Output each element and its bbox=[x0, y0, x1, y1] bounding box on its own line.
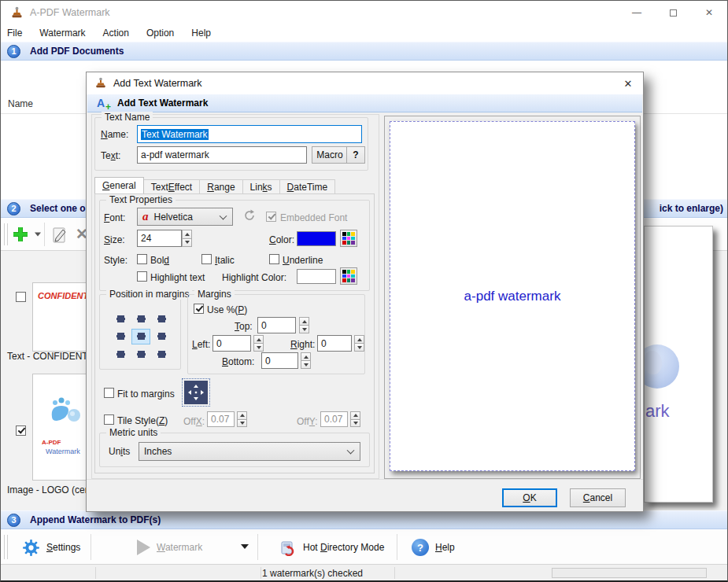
minimize-icon[interactable]: — bbox=[619, 1, 655, 24]
offx-input[interactable]: 0.07 bbox=[207, 411, 235, 427]
chevron-down-icon bbox=[220, 212, 227, 219]
left-spinner[interactable] bbox=[253, 335, 264, 352]
highlight-color-palette-icon[interactable] bbox=[340, 267, 357, 285]
font-combobox[interactable]: a Helvetica bbox=[137, 208, 233, 226]
top-spinner[interactable] bbox=[299, 317, 309, 333]
watermark-item1-thumbnail[interactable]: CONFIDENT bbox=[32, 282, 91, 352]
right-input[interactable]: 0 bbox=[317, 335, 352, 352]
use-percent-checkbox[interactable] bbox=[194, 304, 204, 314]
position-cell-top-center[interactable] bbox=[131, 311, 150, 327]
app-stamp-icon bbox=[10, 6, 24, 20]
fit-to-margins-checkbox[interactable] bbox=[104, 388, 114, 398]
dialog-help-button[interactable]: ? bbox=[346, 146, 365, 164]
text-input[interactable]: a-pdf watermark bbox=[137, 146, 307, 164]
menu-option[interactable]: Option bbox=[138, 28, 183, 39]
position-cell-bottom-left[interactable] bbox=[111, 346, 130, 363]
settings-button[interactable]: Settings bbox=[22, 534, 80, 561]
fit-to-margins-label: Fit to margins bbox=[117, 389, 175, 400]
offy-spinner[interactable] bbox=[350, 411, 360, 427]
size-spinner[interactable] bbox=[182, 230, 192, 247]
menu-action[interactable]: Action bbox=[94, 28, 138, 39]
underline-checkbox[interactable] bbox=[269, 254, 279, 264]
macro-button[interactable]: Macro bbox=[312, 146, 348, 164]
top-input[interactable]: 0 bbox=[257, 317, 296, 333]
bottom-input[interactable]: 0 bbox=[261, 352, 298, 369]
section-append-header: 3 Append Watermark to PDF(s) bbox=[1, 510, 727, 529]
highlight-text-label: Highlight text bbox=[150, 272, 205, 283]
embedded-font-checkbox[interactable] bbox=[266, 212, 276, 222]
tab-links[interactable]: Links bbox=[242, 179, 280, 193]
section1-title: Add PDF Documents bbox=[30, 46, 124, 57]
tile-style-checkbox[interactable] bbox=[104, 414, 114, 425]
toolbar-separator bbox=[44, 223, 45, 246]
dialog-close-icon[interactable]: ✕ bbox=[616, 74, 640, 93]
edit-watermark-icon[interactable] bbox=[51, 227, 68, 244]
position-cell-top-right[interactable] bbox=[152, 311, 171, 327]
position-cell-center[interactable] bbox=[131, 329, 150, 345]
name-input[interactable]: Text Watermark bbox=[137, 125, 362, 143]
close-icon[interactable]: ✕ bbox=[691, 1, 727, 24]
italic-checkbox[interactable] bbox=[201, 254, 212, 264]
title-bar: A-PDF Watermark — ✕ bbox=[1, 1, 727, 24]
position-cell-top-left[interactable] bbox=[111, 311, 130, 327]
move-arrows-icon[interactable] bbox=[184, 381, 208, 404]
right-spinner[interactable] bbox=[354, 335, 364, 352]
watermark-run-button[interactable]: Watermark bbox=[137, 534, 202, 561]
tab-range[interactable]: Range bbox=[199, 179, 242, 193]
bg-preview-text: ark bbox=[645, 401, 670, 422]
units-combobox[interactable]: Inches bbox=[139, 442, 360, 461]
tab-general[interactable]: General bbox=[94, 177, 144, 193]
highlight-color-swatch[interactable] bbox=[297, 269, 336, 284]
watermark-item1-checkbox[interactable] bbox=[16, 292, 26, 302]
position-cell-bottom-right[interactable] bbox=[152, 346, 171, 363]
add-watermark-icon[interactable] bbox=[12, 226, 42, 243]
help-button[interactable]: ? Help bbox=[412, 534, 455, 561]
section3-title: Append Watermark to PDF(s) bbox=[30, 514, 161, 525]
offx-spinner[interactable] bbox=[237, 411, 247, 427]
refresh-fonts-icon[interactable] bbox=[242, 208, 257, 223]
left-input[interactable]: 0 bbox=[212, 335, 251, 352]
units-label: Units bbox=[109, 446, 130, 457]
dialog-preview-page[interactable]: a-pdf watermark bbox=[390, 121, 635, 471]
bold-label: Bold bbox=[150, 255, 169, 266]
font-label: Font: bbox=[104, 212, 125, 223]
bold-checkbox[interactable] bbox=[137, 254, 147, 264]
add-watermark-dropdown-icon[interactable] bbox=[35, 233, 41, 237]
dialog-title-bar: Add Text Watermark ✕ bbox=[87, 72, 643, 94]
color-label: Color: bbox=[269, 234, 294, 245]
color-palette-icon[interactable] bbox=[340, 230, 357, 247]
menu-help[interactable]: Help bbox=[183, 28, 220, 39]
position-cell-middle-right[interactable] bbox=[152, 329, 171, 345]
embedded-font-label: Embedded Font bbox=[280, 212, 347, 223]
status-bar: 1 watermark(s) checked bbox=[1, 564, 727, 581]
section1-badge: 1 bbox=[7, 45, 20, 58]
cancel-button[interactable]: Cancel bbox=[570, 488, 626, 507]
main-preview-page[interactable]: ark bbox=[644, 226, 713, 503]
toolbar-grip bbox=[4, 535, 8, 558]
ok-button[interactable]: OK bbox=[502, 488, 557, 507]
globe-image bbox=[644, 344, 679, 389]
section2-title-left: Select one o bbox=[30, 203, 86, 214]
menu-watermark[interactable]: Watermark bbox=[31, 28, 94, 39]
watermark-item2-thumbnail[interactable]: A-PDF Watermark bbox=[32, 374, 91, 481]
tab-text-effect[interactable]: Text Effect bbox=[143, 179, 201, 193]
margins-group-title: Margins bbox=[194, 289, 235, 300]
position-cell-bottom-center[interactable] bbox=[131, 346, 150, 363]
bottom-label: Bottom: bbox=[222, 356, 254, 367]
highlight-text-checkbox[interactable] bbox=[137, 271, 147, 282]
position-cell-middle-left[interactable] bbox=[111, 329, 130, 345]
offy-input[interactable]: 0.07 bbox=[320, 411, 348, 427]
watermark-item1-label: Text - CONFIDENT bbox=[7, 351, 88, 362]
bottom-spinner[interactable] bbox=[301, 352, 311, 369]
underline-label: Underline bbox=[283, 255, 323, 266]
color-swatch[interactable] bbox=[297, 231, 336, 246]
menu-file[interactable]: File bbox=[1, 28, 31, 39]
toolbar-grip bbox=[4, 223, 8, 245]
hot-directory-button[interactable]: Hot Directory Mode bbox=[279, 534, 384, 561]
settings-label: Settings bbox=[46, 542, 80, 553]
watermark-item2-checkbox[interactable] bbox=[16, 425, 26, 436]
size-input[interactable]: 24 bbox=[137, 230, 182, 247]
maximize-icon[interactable] bbox=[655, 1, 691, 24]
tab-datetime[interactable]: DateTime bbox=[279, 179, 336, 193]
watermark-run-dropdown-icon[interactable] bbox=[241, 544, 249, 549]
